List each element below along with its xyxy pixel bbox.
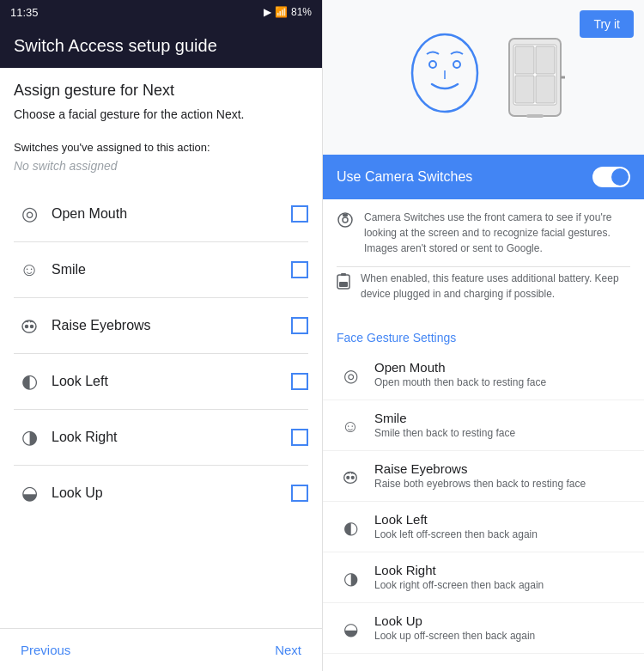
look-up-icon: ◒ [14, 478, 45, 509]
svg-point-5 [453, 61, 460, 68]
left-footer: Previous Next [0, 628, 322, 671]
svg-rect-13 [526, 114, 544, 118]
camera-info-text: Camera Switches use the front camera to … [364, 210, 630, 256]
phone-illustration [505, 34, 565, 120]
svg-rect-10 [536, 46, 555, 74]
gesture-name: Look Up [374, 613, 535, 628]
look-left-checkbox[interactable] [291, 373, 308, 390]
raise-eyebrows-icon [14, 310, 45, 341]
look-left-icon: ◐ [14, 366, 45, 397]
status-time: 11:35 [10, 6, 39, 19]
gesture-desc: Smile then back to resting face [374, 427, 515, 439]
right-panel: Try it Use Camera Switches [322, 0, 644, 671]
svg-rect-21 [339, 282, 348, 287]
gesture-desc: Look up off-screen then back again [374, 630, 535, 642]
raise-eyebrows-checkbox[interactable] [291, 317, 308, 334]
list-item[interactable]: ◒ Look Up Look up off-screen then back a… [323, 603, 644, 654]
gesture-info: Smile Smile then back to resting face [374, 411, 515, 439]
look-left-icon: ◐ [337, 514, 364, 541]
raise-eyebrows-icon [337, 463, 364, 491]
gesture-name: Look Up [52, 485, 291, 501]
gesture-desc: Look left off-screen then back again [374, 528, 538, 540]
camera-info-icon [337, 211, 354, 233]
wifi-icon: ▶ [264, 6, 271, 18]
gesture-name: Open Mouth [374, 360, 546, 375]
list-item[interactable]: ◎ Open Mouth [14, 186, 308, 242]
list-item[interactable]: ◎ Open Mouth Open mouth then back to res… [323, 350, 644, 400]
open-mouth-icon: ◎ [14, 198, 45, 229]
gesture-desc: Look right off-screen then back again [374, 579, 544, 591]
status-icons: ▶ 📶 81% [264, 6, 312, 18]
svg-point-0 [22, 320, 36, 332]
no-switch-text: No switch assigned [14, 159, 308, 173]
list-item[interactable]: ◐ Look Left Look left off-screen then ba… [323, 502, 644, 552]
switches-label: Switches you've assigned to this action: [14, 141, 308, 154]
svg-rect-18 [343, 214, 348, 217]
list-item[interactable]: ◒ Look Up [14, 466, 308, 521]
svg-rect-11 [515, 76, 534, 103]
svg-point-22 [344, 473, 357, 484]
signal-icon: 📶 [275, 6, 288, 18]
list-item[interactable]: ☺ Smile [14, 242, 308, 298]
gesture-info: Look Left Look left off-screen then back… [374, 512, 538, 540]
svg-point-23 [347, 477, 349, 479]
smile-icon: ☺ [337, 412, 364, 440]
list-item[interactable]: Raise Eyebrows Raise both eyebrows then … [323, 451, 644, 502]
gesture-info: Look Right Look right off-screen then ba… [374, 563, 544, 591]
list-item[interactable]: ☺ Smile Smile then back to resting face [323, 400, 644, 451]
svg-rect-20 [341, 273, 346, 276]
gesture-list: ◎ Open Mouth ☺ Smile [14, 186, 308, 521]
svg-rect-12 [536, 76, 555, 103]
gesture-name: Smile [374, 411, 515, 425]
face-gesture-settings-heading: Face Gesture Settings [323, 322, 644, 350]
svg-rect-9 [515, 46, 534, 74]
list-item[interactable]: ◑ Look Right [14, 410, 308, 466]
battery-info-icon [337, 272, 350, 294]
gesture-name: Look Left [374, 512, 538, 527]
gesture-name: Look Left [52, 374, 291, 389]
list-item[interactable]: ◑ Look Right Look right off-screen then … [323, 552, 644, 603]
list-item[interactable]: Raise Eyebrows [14, 298, 308, 354]
open-mouth-icon: ◎ [337, 362, 364, 389]
svg-point-4 [429, 61, 436, 68]
camera-switch-bar[interactable]: Use Camera Switches [323, 155, 644, 199]
look-up-checkbox[interactable] [291, 485, 308, 502]
info-row-camera: Camera Switches use the front camera to … [337, 210, 630, 256]
gesture-name: Look Right [374, 563, 544, 577]
gesture-info: Look Up Look up off-screen then back aga… [374, 613, 535, 642]
smile-checkbox[interactable] [291, 261, 308, 278]
previous-button[interactable]: Previous [21, 643, 70, 657]
gesture-info: Raise Eyebrows Raise both eyebrows then … [374, 461, 586, 490]
left-content: Assign gesture for Next Choose a facial … [0, 68, 322, 628]
camera-switch-label: Use Camera Switches [337, 169, 472, 185]
gesture-desc: Open mouth then back to resting face [374, 376, 546, 388]
assign-desc: Choose a facial gesture for the action N… [14, 107, 308, 124]
app-title: Switch Access setup guide [14, 36, 217, 55]
illustration-area: Try it [323, 0, 644, 155]
battery-info-text: When enabled, this feature uses addition… [361, 271, 630, 302]
info-sections: Camera Switches use the front camera to … [323, 199, 644, 322]
look-right-icon: ◑ [14, 422, 45, 453]
face-illustration [402, 26, 488, 129]
next-button[interactable]: Next [275, 643, 301, 657]
app-header: Switch Access setup guide [0, 24, 322, 68]
camera-switch-toggle[interactable] [592, 167, 630, 187]
svg-point-17 [343, 217, 348, 223]
assign-title: Assign gesture for Next [14, 82, 308, 100]
left-panel: 11:35 ▶ 📶 81% Switch Access setup guide … [0, 0, 322, 671]
look-up-icon: ◒ [337, 615, 364, 643]
gesture-name: Open Mouth [52, 206, 291, 222]
try-it-button[interactable]: Try it [580, 10, 634, 38]
status-bar: 11:35 ▶ 📶 81% [0, 0, 322, 24]
gesture-name: Smile [52, 262, 291, 278]
info-divider [337, 266, 630, 267]
list-item[interactable]: ◐ Look Left [14, 354, 308, 410]
look-right-checkbox[interactable] [291, 429, 308, 446]
info-row-battery: When enabled, this feature uses addition… [337, 271, 630, 302]
battery-icon: 81% [291, 6, 312, 18]
look-right-icon: ◑ [337, 564, 364, 592]
gesture-desc: Raise both eyebrows then back to resting… [374, 478, 586, 490]
svg-point-2 [31, 325, 33, 327]
open-mouth-checkbox[interactable] [291, 205, 308, 223]
gesture-name: Raise Eyebrows [52, 318, 291, 333]
